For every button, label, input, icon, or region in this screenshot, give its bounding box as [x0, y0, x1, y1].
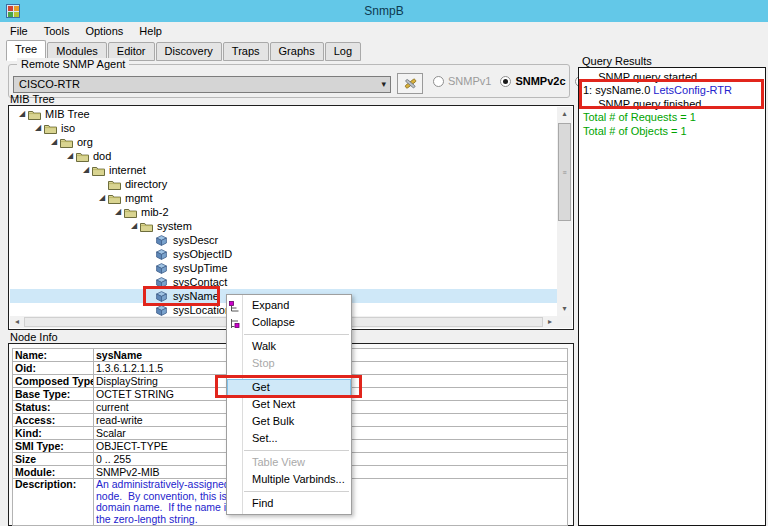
menu-separator	[244, 491, 349, 492]
mib-tree-label: MIB Tree	[10, 93, 55, 105]
tree-node-sysuptime[interactable]: sysUpTime	[10, 261, 557, 275]
context-menu-item-get-bulk[interactable]: Get Bulk	[227, 413, 351, 430]
remote-snmp-agent-label: Remote SNMP Agent	[17, 58, 129, 70]
context-menu-item-label: Stop	[252, 357, 275, 369]
node-info-field-label: Size	[13, 453, 94, 466]
tree-node-system[interactable]: ◢system	[10, 219, 557, 233]
folder-icon	[108, 179, 122, 190]
menubar-item-file[interactable]: File	[2, 22, 36, 40]
query-log-line: 1: sysName.0 LetsConfig-RTR	[583, 84, 763, 97]
tree-node-label: sysObjectID	[173, 248, 232, 260]
expanded-branch-icon[interactable]: ◢	[128, 219, 140, 233]
context-menu-item-walk[interactable]: Walk	[227, 338, 351, 355]
query-log-segment: Total # of Requests = 1	[583, 111, 696, 123]
tree-node-internet[interactable]: ◢internet	[10, 163, 557, 177]
context-menu-item-label: Walk	[252, 340, 276, 352]
mib-object-icon	[156, 277, 170, 288]
folder-icon	[60, 137, 74, 148]
vertical-scrollbar[interactable]: ▴ ≡ ▾	[557, 107, 572, 316]
scroll-up-button[interactable]: ▴	[557, 107, 572, 121]
expanded-branch-icon[interactable]: ◢	[112, 205, 124, 219]
context-menu-item-set[interactable]: Set...	[227, 430, 351, 447]
expanded-branch-icon[interactable]: ◢	[16, 107, 28, 121]
folder-icon	[124, 207, 138, 218]
vertical-scrollbar-thumb[interactable]: ≡	[558, 123, 571, 221]
tab-discovery[interactable]: Discovery	[156, 42, 222, 61]
snmpb-window: SnmpB FileToolsOptionsHelp TreeModulesEd…	[0, 0, 768, 526]
tree-node-label: mib-2	[141, 206, 169, 218]
node-info-field-label: Status:	[13, 401, 94, 414]
node-info-field-label: Module:	[13, 466, 94, 479]
tree-node-label: mgmt	[125, 192, 153, 204]
tree-node-directory[interactable]: directory	[10, 177, 557, 191]
menubar-item-tools[interactable]: Tools	[36, 22, 78, 40]
radio-label-snmpv2c: SNMPv2c	[515, 75, 565, 87]
query-log-segment: .....SNMP query started.....	[583, 71, 712, 83]
chevron-down-icon: ▾	[381, 77, 386, 92]
tree-node-label: sysLocation	[173, 304, 231, 316]
context-menu: ExpandCollapseWalkStopGetGet NextGet Bul…	[226, 294, 352, 515]
expanded-branch-icon[interactable]: ◢	[48, 135, 60, 149]
context-menu-item-multiple-varbinds[interactable]: Multiple Varbinds...	[227, 471, 351, 488]
tree-node-iso[interactable]: ◢iso	[10, 121, 557, 135]
tree-node-label: system	[157, 220, 192, 232]
context-menu-item-label: Table View	[252, 456, 305, 468]
query-log-segment: Total # of Objects = 1	[583, 125, 687, 137]
context-menu-item-expand[interactable]: Expand	[227, 297, 351, 314]
tree-node-sysdescr[interactable]: sysDescr	[10, 233, 557, 247]
scroll-down-icon: ▾	[562, 304, 566, 313]
expanded-branch-icon[interactable]: ◢	[32, 121, 44, 135]
description-line: the zero-length string.	[96, 514, 565, 526]
tree-node-org[interactable]: ◢org	[10, 135, 557, 149]
menu-bar: FileToolsOptionsHelp	[0, 22, 768, 40]
agent-select[interactable]: CISCO-RTR ▾	[13, 76, 391, 93]
tree-node-mib-tree[interactable]: ◢MIB Tree	[10, 107, 557, 121]
tree-node-label: directory	[125, 178, 167, 190]
title-bar[interactable]: SnmpB	[0, 0, 768, 22]
query-log-segment: .....SNMP query finished.....	[583, 98, 717, 110]
radio-circle-snmpv2c	[500, 76, 511, 87]
agent-profiles-button[interactable]	[397, 73, 423, 94]
tree-node-mgmt[interactable]: ◢mgmt	[10, 191, 557, 205]
radio-snmpv1[interactable]: SNMPv1	[433, 75, 491, 87]
tree-node-syscontact[interactable]: sysContact	[10, 275, 557, 289]
context-menu-item-label: Multiple Varbinds...	[252, 473, 345, 485]
tab-log[interactable]: Log	[325, 42, 361, 61]
scroll-down-button[interactable]: ▾	[557, 302, 572, 316]
context-menu-item-find[interactable]: Find	[227, 495, 351, 512]
menu-separator	[244, 450, 349, 451]
mib-object-icon	[156, 235, 170, 246]
tab-traps[interactable]: Traps	[223, 42, 269, 61]
tools-icon	[402, 76, 419, 91]
tree-node-sysobjectid[interactable]: sysObjectID	[10, 247, 557, 261]
tab-graphs[interactable]: Graphs	[270, 42, 324, 61]
context-menu-item-collapse[interactable]: Collapse	[227, 314, 351, 331]
scroll-right-button[interactable]: ▸	[543, 316, 557, 328]
context-menu-item-get-next[interactable]: Get Next	[227, 396, 351, 413]
scroll-right-icon: ▸	[548, 317, 552, 326]
folder-icon	[28, 109, 42, 120]
tree-node-label: internet	[109, 164, 146, 176]
expanded-branch-icon[interactable]: ◢	[96, 191, 108, 205]
context-menu-item-get[interactable]: Get	[227, 379, 351, 396]
scroll-left-button[interactable]: ◂	[10, 316, 24, 328]
context-menu-item-stop: Stop	[227, 355, 351, 372]
expanded-branch-icon[interactable]: ◢	[64, 149, 76, 163]
tree-node-mib-2[interactable]: ◢mib-2	[10, 205, 557, 219]
mib-object-icon	[156, 305, 170, 316]
node-info-field-label: Oid:	[13, 362, 94, 375]
radio-snmpv2c[interactable]: SNMPv2c	[500, 75, 565, 87]
node-info-field-label: Description:	[13, 479, 94, 526]
menu-separator	[244, 375, 349, 376]
menubar-item-options[interactable]: Options	[77, 22, 131, 40]
tree-node-dod[interactable]: ◢dod	[10, 149, 557, 163]
tab-bar: TreeModulesEditorDiscoveryTrapsGraphsLog	[6, 40, 362, 60]
expanded-branch-icon[interactable]: ◢	[80, 163, 92, 177]
menubar-item-help[interactable]: Help	[131, 22, 170, 40]
query-results-log: .....SNMP query started.....1: sysName.0…	[583, 71, 763, 138]
node-info-field-label: Name:	[13, 349, 94, 362]
tree-node-label: org	[77, 136, 93, 148]
tree-node-label: sysContact	[173, 276, 227, 288]
query-log-segment: LetsConfig-RTR	[653, 84, 732, 96]
node-info-field-label: Composed Type:	[13, 375, 94, 388]
